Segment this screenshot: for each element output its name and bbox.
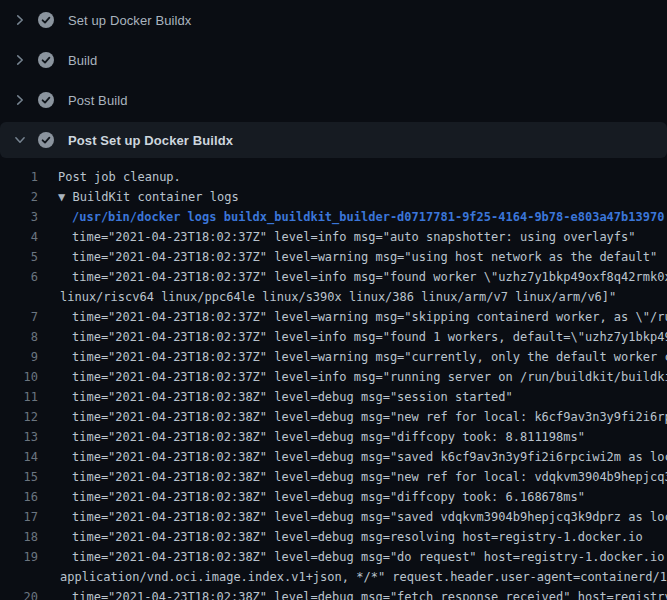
log-line-text: /usr/bin/docker logs buildx_buildkit_bui… xyxy=(46,207,664,227)
log-line-text: time="2021-04-23T18:02:38Z" level=debug … xyxy=(46,487,585,507)
log-line-text: time="2021-04-23T18:02:38Z" level=debug … xyxy=(46,507,667,527)
log-line-number[interactable]: 4 xyxy=(0,227,46,247)
chevron-right-icon xyxy=(14,94,26,106)
step-title: Post Set up Docker Buildx xyxy=(68,133,233,148)
log-line-text: time="2021-04-23T18:02:38Z" level=debug … xyxy=(46,387,513,407)
log-line-number[interactable]: 17 xyxy=(0,507,46,527)
step-header-post-build[interactable]: Post Build xyxy=(0,80,667,120)
log-line: 17 time="2021-04-23T18:02:38Z" level=deb… xyxy=(0,507,667,527)
log-line: 18 time="2021-04-23T18:02:38Z" level=deb… xyxy=(0,527,667,547)
log-line: 10 time="2021-04-23T18:02:37Z" level=inf… xyxy=(0,367,667,387)
log-line-number[interactable]: 13 xyxy=(0,427,46,447)
log-line: 8 time="2021-04-23T18:02:37Z" level=info… xyxy=(0,327,667,347)
log-line-number[interactable]: 15 xyxy=(0,467,46,487)
log-line-number[interactable]: 7 xyxy=(0,307,46,327)
log-line-number[interactable]: 3 xyxy=(0,207,46,227)
step-header-build[interactable]: Build xyxy=(0,40,667,80)
log-line-number[interactable]: 20 xyxy=(0,587,46,600)
check-circle-icon xyxy=(38,132,54,148)
log-line: 13 time="2021-04-23T18:02:38Z" level=deb… xyxy=(0,427,667,447)
log-line: 6 time="2021-04-23T18:02:37Z" level=info… xyxy=(0,267,667,287)
log-line-text[interactable]: ▼ BuildKit container logs xyxy=(46,187,239,207)
log-line: 11 time="2021-04-23T18:02:38Z" level=deb… xyxy=(0,387,667,407)
check-circle-icon xyxy=(38,12,54,28)
log-line-text: time="2021-04-23T18:02:37Z" level=info m… xyxy=(46,227,636,247)
log-line-number[interactable]: 12 xyxy=(0,407,46,427)
log-line: linux/riscv64 linux/ppc64le linux/s390x … xyxy=(0,287,667,307)
step-title: Post Build xyxy=(68,93,128,108)
check-circle-icon xyxy=(38,92,54,108)
log-line: 5 time="2021-04-23T18:02:37Z" level=warn… xyxy=(0,247,667,267)
log-line-text: time="2021-04-23T18:02:38Z" level=debug … xyxy=(46,427,585,447)
log-line-text: application/vnd.oci.image.index.v1+json,… xyxy=(46,567,667,587)
log-line-number[interactable]: 16 xyxy=(0,487,46,507)
step-header-set-up-docker-buildx[interactable]: Set up Docker Buildx xyxy=(0,0,667,40)
step-header-post-set-up-docker-buildx[interactable]: Post Set up Docker Buildx xyxy=(0,122,667,158)
log-line-text: time="2021-04-23T18:02:38Z" level=debug … xyxy=(46,407,667,427)
log-line-number[interactable]: 6 xyxy=(0,267,46,287)
log-line-number xyxy=(0,287,46,307)
log-line: 14 time="2021-04-23T18:02:38Z" level=deb… xyxy=(0,447,667,467)
log-line: 15 time="2021-04-23T18:02:38Z" level=deb… xyxy=(0,467,667,487)
log-line-number[interactable]: 2 xyxy=(0,187,46,207)
log-line: application/vnd.oci.image.index.v1+json,… xyxy=(0,567,667,587)
log-line-number[interactable]: 8 xyxy=(0,327,46,347)
log-line: 19 time="2021-04-23T18:02:38Z" level=deb… xyxy=(0,547,667,567)
log-line: 20 time="2021-04-23T18:02:38Z" level=deb… xyxy=(0,587,667,600)
log-line-text: time="2021-04-23T18:02:38Z" level=debug … xyxy=(46,547,667,567)
log-line-text: time="2021-04-23T18:02:37Z" level=info m… xyxy=(46,327,667,347)
log-line-text: time="2021-04-23T18:02:37Z" level=info m… xyxy=(46,367,667,387)
step-title: Build xyxy=(68,53,97,68)
log-line-text: time="2021-04-23T18:02:37Z" level=warnin… xyxy=(46,347,667,367)
log-line-text: time="2021-04-23T18:02:38Z" level=debug … xyxy=(46,447,667,467)
log-line: 9 time="2021-04-23T18:02:37Z" level=warn… xyxy=(0,347,667,367)
log-line: 4 time="2021-04-23T18:02:37Z" level=info… xyxy=(0,227,667,247)
check-circle-icon xyxy=(38,52,54,68)
log-line-text: Post job cleanup. xyxy=(46,167,181,187)
log-line-text: time="2021-04-23T18:02:38Z" level=debug … xyxy=(46,527,643,547)
log-line-number[interactable]: 18 xyxy=(0,527,46,547)
chevron-right-icon xyxy=(14,54,26,66)
chevron-right-icon xyxy=(14,14,26,26)
log-line-text: time="2021-04-23T18:02:37Z" level=warnin… xyxy=(46,247,657,267)
log-line-number[interactable]: 11 xyxy=(0,387,46,407)
log-line-number[interactable]: 5 xyxy=(0,247,46,267)
workflow-steps-list: Set up Docker Buildx Build Post Build xyxy=(0,0,667,158)
chevron-down-icon xyxy=(14,134,26,146)
log-line-number[interactable]: 9 xyxy=(0,347,46,367)
log-line-number[interactable]: 14 xyxy=(0,447,46,467)
step-log-output: 1 Post job cleanup. 2 ▼ BuildKit contain… xyxy=(0,158,667,600)
log-line: 2 ▼ BuildKit container logs xyxy=(0,187,667,207)
log-line: 12 time="2021-04-23T18:02:38Z" level=deb… xyxy=(0,407,667,427)
log-line: 3 /usr/bin/docker logs buildx_buildkit_b… xyxy=(0,207,667,227)
log-line-number xyxy=(0,567,46,587)
log-line: 16 time="2021-04-23T18:02:38Z" level=deb… xyxy=(0,487,667,507)
log-line-number[interactable]: 10 xyxy=(0,367,46,387)
log-line-text: time="2021-04-23T18:02:37Z" level=info m… xyxy=(46,267,667,287)
collapse-caret-icon: ▼ xyxy=(58,190,72,204)
log-line: 1 Post job cleanup. xyxy=(0,167,667,187)
log-line-text: time="2021-04-23T18:02:38Z" level=debug … xyxy=(46,587,667,600)
log-line: 7 time="2021-04-23T18:02:37Z" level=warn… xyxy=(0,307,667,327)
log-line-text: linux/riscv64 linux/ppc64le linux/s390x … xyxy=(46,287,616,307)
log-line-text: time="2021-04-23T18:02:37Z" level=warnin… xyxy=(46,307,667,327)
step-title: Set up Docker Buildx xyxy=(68,13,191,28)
log-line-number[interactable]: 1 xyxy=(0,167,46,187)
log-line-text: time="2021-04-23T18:02:38Z" level=debug … xyxy=(46,467,667,487)
log-line-number[interactable]: 19 xyxy=(0,547,46,567)
